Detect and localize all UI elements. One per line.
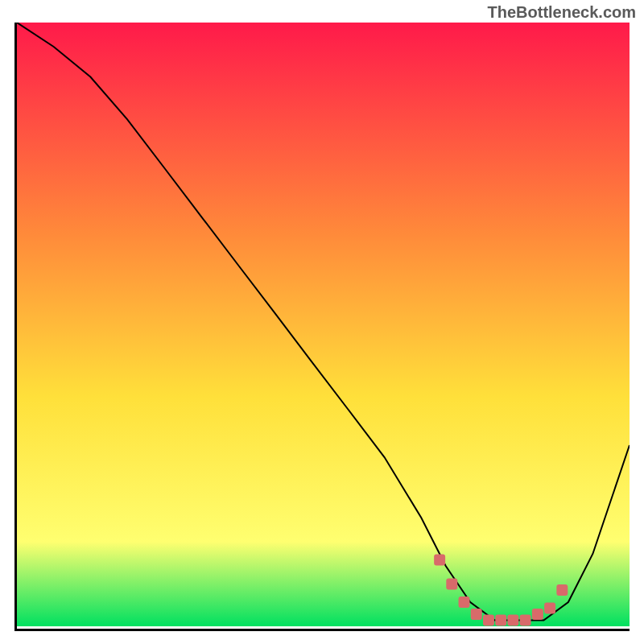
chart-plot-area	[14, 23, 630, 631]
gradient-background	[17, 23, 630, 626]
watermark-label: TheBottleneck.com	[488, 3, 636, 22]
marker-point	[520, 615, 531, 626]
marker-point	[434, 555, 445, 566]
marker-point	[471, 609, 482, 620]
marker-point	[495, 615, 506, 626]
marker-point	[507, 615, 518, 626]
marker-point	[459, 597, 470, 608]
marker-point	[532, 609, 543, 620]
marker-point	[446, 579, 457, 590]
marker-point	[483, 615, 494, 626]
chart-container: TheBottleneck.com	[0, 0, 644, 644]
chart-svg	[17, 23, 630, 629]
marker-point	[556, 584, 568, 596]
marker-point	[544, 603, 555, 614]
